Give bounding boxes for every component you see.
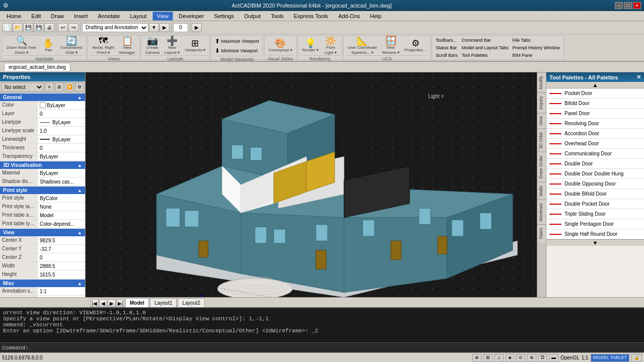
lw-btn[interactable]: ▬ — [549, 354, 558, 362]
accordion-door-item[interactable]: Accordion Door — [546, 129, 644, 139]
file-tabs-btn[interactable]: File Tabs — [511, 37, 561, 44]
model-layout-tabs-btn[interactable]: Model and Layout Tabs — [460, 44, 510, 51]
double-door-item[interactable]: Double Door — [546, 159, 644, 169]
minimize-viewport-btn[interactable]: ⬇ Minimize Viewport — [213, 46, 260, 55]
tab-last-btn[interactable]: ▶| — [116, 299, 124, 307]
workspace-settings-btn[interactable]: ▼ — [149, 23, 159, 32]
single-half-round-door-item[interactable]: Single Half Round Door — [546, 229, 644, 239]
redo-btn[interactable]: ↪ — [68, 23, 78, 32]
double-pocket-door-item[interactable]: Double Pocket Door — [546, 199, 644, 209]
pocket-door-item[interactable]: Pocket Door — [546, 88, 644, 99]
toolbars-btn[interactable]: Toolbars... — [434, 37, 459, 44]
menu-annotate[interactable]: Annotate — [94, 12, 125, 21]
coord-input[interactable] — [173, 23, 188, 32]
dynin-btn[interactable]: Ⅾ — [538, 354, 547, 362]
menu-tools[interactable]: Tools — [266, 12, 288, 21]
prop-filter-btn[interactable]: 🔽 — [65, 82, 74, 92]
maximize-button[interactable]: □ — [624, 2, 632, 9]
triple-sliding-door-item[interactable]: Triple Sliding Door — [546, 209, 644, 219]
color-swatch[interactable] — [40, 102, 46, 108]
main-viewport[interactable]: Y X Z Light = — [86, 72, 537, 297]
workspace-combo[interactable]: Drafting and Annotation — [82, 23, 148, 32]
aerial-view-btn[interactable]: 🗺 Aerial, RightFront ▾ — [90, 37, 116, 55]
3d-orbit-tab[interactable]: 3D Orbit — [537, 129, 546, 152]
misc-section-header[interactable]: Misc ▲ — [0, 280, 85, 287]
menu-help[interactable]: Help — [366, 12, 386, 21]
tab-first-btn[interactable]: |◀ — [91, 299, 99, 307]
menu-view[interactable]: View — [152, 12, 174, 21]
status-bar-btn[interactable]: Status Bar — [434, 44, 459, 51]
scroll-up-btn[interactable]: ▲ — [546, 82, 644, 88]
open-btn[interactable]: 📂 — [13, 23, 23, 32]
undo-btn[interactable]: ↩ — [58, 23, 68, 32]
prop-list-btn[interactable]: ≡ — [45, 82, 54, 92]
scroll-lock-btn[interactable]: 🔒 — [631, 354, 642, 362]
bim-pane-btn[interactable]: BIM Pane — [511, 52, 561, 59]
double-bifold-door-item[interactable]: Double Bifold Door — [546, 189, 644, 199]
walls-tab[interactable]: Walls — [537, 182, 546, 200]
maximize-viewport-btn[interactable]: ⬆ Maximize Viewport — [213, 37, 260, 46]
ortho-btn[interactable]: ⊥ — [495, 354, 504, 362]
tool-palettes-btn[interactable]: Tool Palettes — [460, 52, 510, 59]
tp-close-btn[interactable]: ✕ — [636, 74, 641, 80]
view-tab[interactable]: View — [537, 113, 546, 129]
bifold-door-item[interactable]: Bifold Door — [546, 99, 644, 109]
scroll-bars-btn[interactable]: Scroll Bars — [434, 52, 459, 59]
prop-cat-btn[interactable]: ⊞ — [55, 82, 64, 92]
doc-tab-item[interactable]: ergocad_actcad_bim.dwg — [4, 63, 70, 71]
menu-edit[interactable]: Edit — [27, 12, 45, 21]
model-tablet-btn[interactable]: MODEL TABLET — [591, 354, 629, 362]
single-pentagon-door-item[interactable]: Single Pentagon Door — [546, 219, 644, 229]
menu-layout[interactable]: Layout — [126, 12, 151, 21]
stairs-tab[interactable]: Stairs — [537, 224, 546, 242]
draw-order-tab[interactable]: Draw Order — [537, 152, 546, 182]
close-button[interactable]: ✕ — [633, 2, 641, 9]
ucs-btn[interactable]: 📐 User CoordinateSystems... ▾ — [346, 37, 379, 55]
pan-btn[interactable]: ✋ Pan — [39, 37, 57, 55]
panel-door-item[interactable]: Panel Door — [546, 109, 644, 119]
create-camera-btn[interactable]: 📷 CreateCamera — [143, 37, 162, 55]
constrained-orbit-btn[interactable]: 🔄 ConstrainedOrbit ▾ — [58, 37, 84, 55]
minimize-button[interactable]: ─ — [615, 2, 623, 9]
3d-vis-section-header[interactable]: 3D Visualisation ▲ — [0, 161, 85, 169]
layout2-tab[interactable]: Layout2 — [178, 298, 205, 307]
properties-panel-btn[interactable]: ⚙ Properties... — [403, 37, 428, 55]
point-light-btn[interactable]: 🔆 PointLight ▾ — [321, 37, 340, 55]
new-window-btn[interactable]: 🪟 NewWindow ▾ — [380, 37, 401, 55]
extra-btn[interactable]: ▶ — [192, 23, 202, 32]
layout1-tab[interactable]: Layout1 — [150, 298, 177, 307]
save-as-btn[interactable]: 💾 — [34, 23, 44, 32]
print-btn[interactable]: 🖨 — [44, 23, 54, 32]
zoom-realtime-btn[interactable]: 🔍 Zoom Real-TimeZoom ▾ — [5, 37, 38, 55]
overhead-door-item[interactable]: Overhead Door — [546, 139, 644, 149]
snap-btn[interactable]: ⊕ — [472, 354, 481, 362]
view-manager-btn[interactable]: 📋 ViewManager — [117, 37, 137, 55]
otrack-btn[interactable]: ⊛ — [527, 354, 536, 362]
viewports-btn[interactable]: ⊞ Viewports ▾ — [183, 37, 207, 55]
arrow-btn[interactable]: ▶ — [159, 23, 170, 32]
menu-express-tools[interactable]: Express Tools — [289, 12, 333, 21]
prompt-history-btn[interactable]: Prompt History Window — [511, 44, 561, 51]
new-layout-btn[interactable]: ➕ NewLayout ▾ — [163, 37, 182, 55]
menu-developer[interactable]: Developer — [174, 12, 208, 21]
view-section-header[interactable]: View ▲ — [0, 229, 85, 236]
command-bar-btn[interactable]: Command Bar — [460, 37, 510, 44]
render-btn[interactable]: 💡 Render ▾ — [300, 37, 320, 55]
modify-tab[interactable]: Modify — [537, 72, 546, 93]
inquiry-tab[interactable]: Inquiry — [537, 93, 546, 113]
osnap-btn[interactable]: ⊙ — [516, 354, 525, 362]
menu-draw[interactable]: Draw — [46, 12, 68, 21]
general-section-header[interactable]: General ▲ — [0, 94, 85, 101]
communicating-door-item[interactable]: Communicating Door — [546, 149, 644, 159]
menu-settings[interactable]: Settings — [209, 12, 238, 21]
conceptual-btn[interactable]: 🎨 Conceptual ▾ — [267, 37, 294, 55]
revolving-door-item[interactable]: Revolving Door — [546, 119, 644, 129]
menu-home[interactable]: Home — [2, 12, 26, 21]
model-tab[interactable]: Model — [125, 298, 149, 307]
select-filter-combo[interactable]: No select — [1, 82, 44, 92]
menu-output[interactable]: Output — [239, 12, 265, 21]
tab-prev-btn[interactable]: ◀ — [99, 299, 107, 307]
save-btn[interactable]: 💾 — [23, 23, 33, 32]
prop-settings-btn[interactable]: ⚙ — [75, 82, 84, 92]
grid-btn[interactable]: ⊞ — [484, 354, 493, 362]
